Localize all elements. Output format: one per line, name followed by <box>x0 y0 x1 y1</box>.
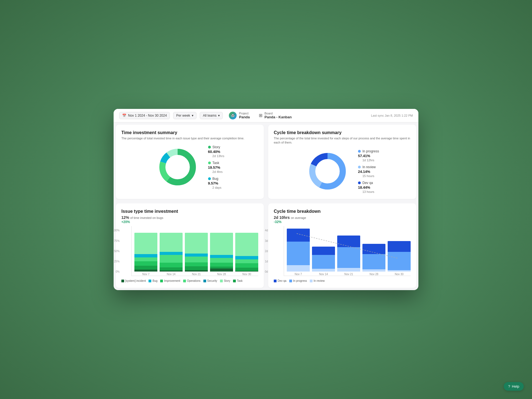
segment <box>235 268 258 271</box>
bug-legend-label: Bug <box>152 279 157 282</box>
segment <box>185 266 208 270</box>
issue-type-bar-chart: Nov 7 Nov 14 <box>131 226 258 276</box>
segment <box>160 263 183 267</box>
segment <box>287 242 310 265</box>
segment <box>160 255 183 263</box>
cycle-time-bar-chart: Nov 7 Nov 14 <box>284 226 411 276</box>
cycle-bar-group-nov7: Nov 7 <box>287 229 310 276</box>
segment <box>337 236 360 247</box>
inreview-label: In review <box>362 165 376 169</box>
legend-task: Task <box>233 279 243 282</box>
chevron-down-icon-teams: ▾ <box>218 114 220 117</box>
bar-group-nov14: Nov 14 <box>160 233 183 276</box>
cycle-time-legend: In progress 57.41% 1d 12hrs In review 24… <box>358 149 379 193</box>
devqa-time: 13 hours <box>362 190 379 193</box>
bar-label-nov7: Nov 7 <box>142 273 149 276</box>
time-investment-summary-panel: Time investment summary The percentage o… <box>116 125 264 199</box>
legend-improvement: Improvement <box>160 279 180 282</box>
time-investment-donut <box>155 145 200 189</box>
segment <box>160 252 183 255</box>
board-name: Panda - Kanban <box>265 115 292 119</box>
cycle-bar-stack-nov28 <box>362 244 385 272</box>
legend-item-story: Story 60.40% 2d 13hrs <box>208 145 224 158</box>
inreview-bar-legend-dot <box>310 280 313 282</box>
cycle-bar-label-nov28: Nov 28 <box>370 273 378 276</box>
cycle-time-label: on average <box>291 216 306 219</box>
bar-stack-nov21 <box>185 233 208 272</box>
bar-label-nov21: Nov 21 <box>192 273 201 276</box>
cycle-time-meta: 2d 10hrs on average -32% <box>274 215 411 224</box>
segment <box>185 270 208 272</box>
cycle-bar-group-nov28: Nov 28 <box>362 244 385 276</box>
segment <box>210 263 233 267</box>
legend-story: Story <box>220 279 230 282</box>
time-investment-subtitle: The percentage of total invested time in… <box>121 136 258 140</box>
segment <box>362 244 385 254</box>
time-investment-legend: Story 60.40% 2d 13hrs Task 19.57% 2d 4hr… <box>208 145 224 189</box>
teams-filter[interactable]: All teams ▾ <box>200 112 223 119</box>
issue-type-change: +20% <box>121 220 258 224</box>
devqa-dot <box>358 181 361 184</box>
segment <box>134 261 157 266</box>
bar-label-nov14: Nov 14 <box>167 273 176 276</box>
segment <box>388 252 411 270</box>
task-pct: 19.57% <box>208 165 224 170</box>
segment <box>185 262 208 266</box>
segment <box>312 247 335 255</box>
issue-type-meta: 12% of time invested on bugs +20% <box>121 215 258 224</box>
cycle-time-value: 2d 10hrs <box>274 215 290 220</box>
task-legend-label: Task <box>237 279 243 282</box>
legend-item-inprogress: In progress 57.41% 1d 12hrs <box>358 149 379 162</box>
cycle-time-chart-wrapper: 4d 3d 2d 1d 0d <box>274 226 411 276</box>
bar-group-nov7: Nov 7 <box>134 233 157 276</box>
improvement-legend-dot <box>160 280 163 282</box>
segment <box>185 254 208 257</box>
story-pct: 60.40% <box>208 150 224 154</box>
toolbar: 📅 Nov 1 2024 - Nov 30 2024 Per week ▾ Al… <box>114 109 418 122</box>
segment <box>235 233 258 256</box>
task-dot <box>208 162 211 164</box>
segment <box>235 271 258 272</box>
cycle-bar-label-nov7: Nov 7 <box>295 273 302 276</box>
segment <box>160 233 183 252</box>
cycle-bar-stack-nov21 <box>337 236 360 272</box>
inprogress-label: In progress <box>362 149 379 153</box>
cycle-time-legend-bar: Dev qa In progress In review <box>274 279 411 282</box>
issue-type-metric-label: of time invested on bugs <box>130 216 163 219</box>
help-button[interactable]: ? Help <box>504 382 524 391</box>
story-legend-dot <box>220 280 223 282</box>
period-filter[interactable]: Per week ▾ <box>173 112 196 119</box>
bar-group-nov28: Nov 28 <box>210 233 233 276</box>
cycle-time-y-axis: 4d 3d 2d 1d 0d <box>265 226 268 276</box>
sync-info: Last sync Jan 8, 2025 1:22 PM <box>371 114 413 117</box>
cycle-time-summary-panel: Cycle time breakdown summary The percent… <box>268 125 416 199</box>
task-legend-dot <box>233 280 236 282</box>
segment <box>235 256 258 259</box>
date-range-filter[interactable]: 📅 Nov 1 2024 - Nov 30 2024 <box>119 112 170 119</box>
project-label: Project <box>239 112 250 115</box>
segment <box>312 269 335 272</box>
inprogress-dot <box>358 150 361 153</box>
chevron-down-icon: ▾ <box>192 114 193 117</box>
help-label: Help <box>512 384 519 388</box>
cycle-time-chart-panel: Cycle time breakdown 2d 10hrs on average… <box>268 203 416 288</box>
bar-group-nov21: Nov 21 <box>185 233 208 276</box>
segment <box>210 258 233 263</box>
segment <box>160 270 183 272</box>
legend-item-task: Task 19.57% 2d 4hrs <box>208 161 224 173</box>
segment <box>185 257 208 262</box>
bar-group-nov30: Nov 30 <box>235 233 258 276</box>
bar-stack-nov14 <box>160 233 183 272</box>
cycle-bar-stack-nov30 <box>388 241 411 272</box>
segment <box>210 267 233 268</box>
segment <box>134 233 157 254</box>
board-info: ⊞ Board Panda - Kanban <box>259 112 292 119</box>
project-details: Project Panda <box>239 112 250 119</box>
segment <box>210 233 233 255</box>
story-time: 2d 13hrs <box>213 154 224 158</box>
bar-stack-nov30 <box>235 233 258 272</box>
inprogress-bar-legend-label: In progress <box>293 279 307 282</box>
segment <box>134 257 157 261</box>
legend-inprogress-bar: In progress <box>289 279 307 282</box>
cycle-time-subtitle: The percentage of the total time investe… <box>274 136 411 145</box>
